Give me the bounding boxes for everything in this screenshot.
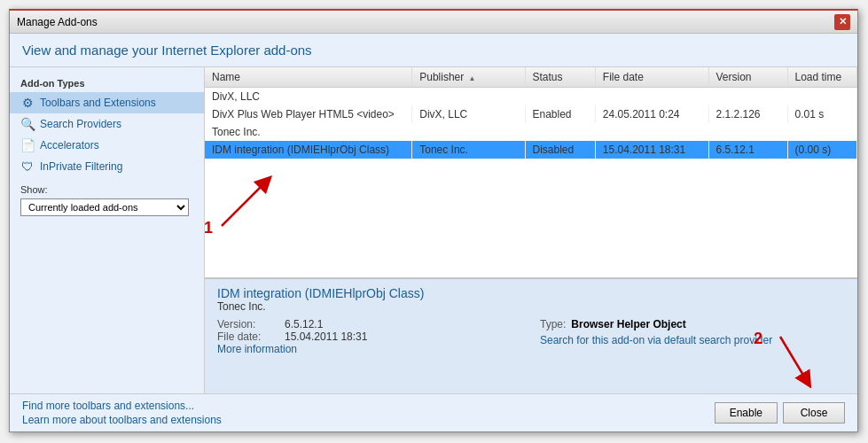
detail-filedate-row: File date: 15.04.2011 18:31 bbox=[217, 330, 522, 343]
close-icon[interactable]: ✕ bbox=[834, 14, 850, 30]
find-toolbars-link[interactable]: Find more toolbars and extensions... bbox=[22, 400, 222, 412]
type-value: Browser Helper Object bbox=[571, 318, 685, 330]
version-value: 6.5.12.1 bbox=[285, 318, 323, 330]
show-select[interactable]: Currently loaded add-ons All add-ons Run… bbox=[20, 198, 189, 216]
detail-version-row: Version: 6.5.12.1 bbox=[217, 318, 522, 330]
sidebar-item-search-label: Search Providers bbox=[40, 118, 121, 130]
sidebar: Add-on Types ⚙ Toolbars and Extensions 🔍… bbox=[10, 67, 205, 393]
detail-type-row: Type: Browser Helper Object bbox=[540, 318, 845, 330]
accelerators-icon: 📄 bbox=[20, 138, 35, 152]
learn-more-link[interactable]: Learn more about toolbars and extensions bbox=[22, 414, 222, 426]
table-header-row: Name Publisher ▲ Status File date Versio… bbox=[205, 67, 857, 88]
bottom-bar: Find more toolbars and extensions... Lea… bbox=[10, 393, 857, 431]
col-loadtime[interactable]: Load time bbox=[787, 67, 857, 88]
type-label: Type: bbox=[540, 318, 566, 330]
toolbars-icon: ⚙ bbox=[20, 96, 35, 110]
sidebar-item-toolbars-label: Toolbars and Extensions bbox=[40, 97, 156, 109]
manage-addons-dialog: Manage Add-ons ✕ View and manage your In… bbox=[9, 9, 858, 432]
detail-left: Version: 6.5.12.1 File date: 15.04.2011 … bbox=[217, 318, 522, 355]
version-label: Version: bbox=[217, 318, 279, 330]
bottom-buttons: Enable Close bbox=[715, 402, 845, 424]
group-header-tonec: Tonec Inc. bbox=[205, 123, 857, 141]
detail-search-row: Search for this add-on via default searc… bbox=[540, 334, 845, 346]
sidebar-item-accelerators-label: Accelerators bbox=[40, 139, 99, 152]
title-bar: Manage Add-ons ✕ bbox=[10, 11, 857, 34]
show-label: Show: bbox=[10, 177, 204, 197]
detail-panel: IDM integration (IDMIEHlprObj Class) Ton… bbox=[205, 278, 857, 393]
table-row[interactable]: DivX Plus Web Player HTML5 <video> DivX,… bbox=[205, 105, 857, 123]
sort-asc-icon: ▲ bbox=[469, 74, 476, 82]
detail-publisher: Tonec Inc. bbox=[217, 300, 845, 313]
sidebar-item-accelerators[interactable]: 📄 Accelerators bbox=[10, 135, 204, 156]
filedate-label: File date: bbox=[217, 330, 279, 343]
addon-types-label: Add-on Types bbox=[10, 74, 204, 92]
addons-table: Name Publisher ▲ Status File date Versio… bbox=[205, 67, 857, 159]
col-status[interactable]: Status bbox=[525, 67, 595, 88]
more-information-link[interactable]: More information bbox=[217, 343, 297, 355]
close-button[interactable]: Close bbox=[783, 402, 845, 424]
search-icon: 🔍 bbox=[20, 117, 35, 131]
enable-button[interactable]: Enable bbox=[715, 402, 778, 424]
detail-moreinfo-row: More information bbox=[217, 343, 522, 355]
col-version[interactable]: Version bbox=[708, 67, 787, 88]
col-publisher[interactable]: Publisher ▲ bbox=[412, 67, 525, 88]
sidebar-item-inprivate[interactable]: 🛡 InPrivate Filtering bbox=[10, 156, 204, 177]
filedate-value: 15.04.2011 18:31 bbox=[285, 330, 367, 343]
detail-grid: Version: 6.5.12.1 File date: 15.04.2011 … bbox=[217, 318, 845, 355]
search-addon-link[interactable]: Search for this add-on via default searc… bbox=[540, 334, 772, 346]
col-filedate[interactable]: File date bbox=[595, 67, 708, 88]
col-name[interactable]: Name bbox=[205, 67, 412, 88]
bottom-links: Find more toolbars and extensions... Lea… bbox=[22, 400, 222, 426]
main-panel: Name Publisher ▲ Status File date Versio… bbox=[205, 67, 857, 393]
group-header-divx: DivX, LLC bbox=[205, 88, 857, 106]
sidebar-item-search[interactable]: 🔍 Search Providers bbox=[10, 113, 204, 135]
detail-right: Type: Browser Helper Object Search for t… bbox=[540, 318, 845, 355]
detail-addon-name: IDM integration (IDMIEHlprObj Class) bbox=[217, 286, 845, 300]
inprivate-icon: 🛡 bbox=[20, 159, 35, 174]
content-area: Add-on Types ⚙ Toolbars and Extensions 🔍… bbox=[10, 67, 857, 393]
sidebar-item-toolbars[interactable]: ⚙ Toolbars and Extensions bbox=[10, 92, 204, 113]
header-title: View and manage your Internet Explorer a… bbox=[22, 43, 312, 58]
header-area: View and manage your Internet Explorer a… bbox=[10, 34, 857, 67]
table-row-selected[interactable]: IDM integration (IDMIEHlprObj Class) Ton… bbox=[205, 141, 857, 159]
dialog-title: Manage Add-ons bbox=[17, 16, 98, 28]
addons-table-area: Name Publisher ▲ Status File date Versio… bbox=[205, 67, 857, 278]
sidebar-item-inprivate-label: InPrivate Filtering bbox=[40, 160, 122, 173]
